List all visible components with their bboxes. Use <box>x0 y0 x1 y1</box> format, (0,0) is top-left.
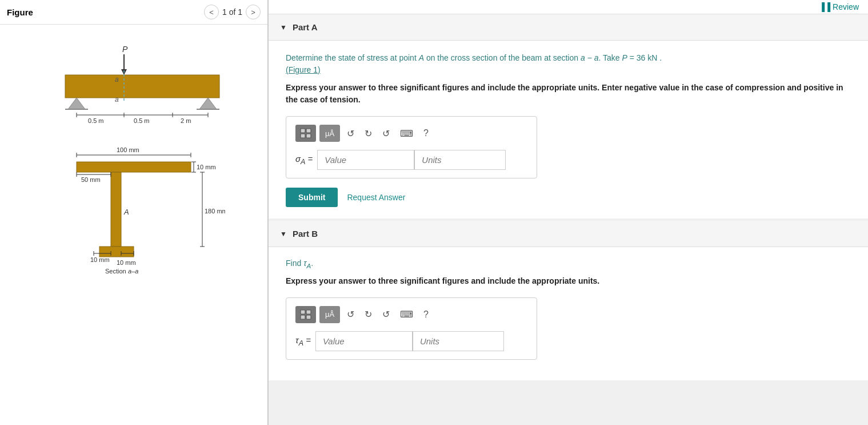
figure-nav: < 1 of 1 > <box>204 5 261 19</box>
svg-rect-0 <box>301 129 305 133</box>
svg-rect-6 <box>301 315 305 319</box>
part-a-action-row: Submit Request Answer <box>286 188 851 207</box>
svg-rect-1 <box>306 129 311 133</box>
keyboard-button-b[interactable]: ⌨ <box>397 308 417 321</box>
part-a-answer-box: μÂ ↺ ↻ ↺ ⌨ ? σA = <box>286 116 537 178</box>
tau-a-label: τA = <box>295 335 311 347</box>
part-a-header[interactable]: ▼ Part A <box>269 14 868 41</box>
cross-section-svg: A 100 mm 50 mm 10 mm <box>42 145 225 276</box>
left-panel: Figure < 1 of 1 > P a a <box>0 0 269 425</box>
part-b-section: ▼ Part B Find τA. Express your answer to… <box>269 221 868 380</box>
sigma-a-value-input[interactable] <box>317 150 414 170</box>
svg-rect-5 <box>306 310 311 314</box>
review-bar: ▐▐ Review <box>269 0 868 14</box>
part-a-body: Determine the state of stress at point A… <box>269 41 868 219</box>
part-b-title: Part B <box>293 229 318 239</box>
part-b-find-text: Find τA. <box>286 259 851 269</box>
matrix-icon-a <box>300 128 311 138</box>
part-b-input-row: τA = <box>295 331 527 351</box>
dim-180mm-label: 180 mm <box>205 208 225 215</box>
refresh-button-b[interactable]: ↺ <box>379 308 393 321</box>
help-button-b[interactable]: ? <box>420 308 432 321</box>
sigma-a-units-input[interactable] <box>414 150 506 170</box>
redo-button-b[interactable]: ↻ <box>361 308 375 321</box>
web <box>111 172 121 247</box>
tau-a-value-input[interactable] <box>315 331 413 351</box>
prev-figure-button[interactable]: < <box>204 5 219 19</box>
svg-rect-7 <box>306 315 311 319</box>
svg-rect-3 <box>306 134 311 138</box>
figure-drawing: P a a 0.5 m <box>6 30 262 288</box>
section-a-a-label: Section <box>105 268 126 275</box>
keyboard-button-a[interactable]: ⌨ <box>397 127 417 140</box>
matrix-button-a[interactable] <box>295 125 316 142</box>
mu-button-a[interactable]: μÂ <box>319 125 340 142</box>
dim-label-05m-1: 0.5 m <box>88 117 104 124</box>
svg-rect-4 <box>301 310 305 314</box>
figure-header: Figure < 1 of 1 > <box>0 0 267 25</box>
part-b-header[interactable]: ▼ Part B <box>269 221 868 247</box>
part-b-toolbar: μÂ ↺ ↻ ↺ ⌨ ? <box>295 306 527 323</box>
part-a-input-row: σA = <box>295 150 527 170</box>
figure-title: Figure <box>7 7 204 17</box>
next-figure-button[interactable]: > <box>246 5 261 19</box>
svg-rect-2 <box>301 134 305 138</box>
part-a-problem-text: Determine the state of stress at point A… <box>286 52 851 76</box>
part-a-title: Part A <box>293 22 318 32</box>
left-support <box>68 98 85 109</box>
part-b-instructions: Express your answer to three significant… <box>286 275 851 287</box>
sigma-a-label: σA = <box>295 154 313 166</box>
undo-button-a[interactable]: ↺ <box>343 127 358 140</box>
beam-figure-svg: P a a 0.5 m <box>31 42 237 133</box>
force-label: P <box>122 45 128 54</box>
page-indicator: 1 of 1 <box>222 7 242 17</box>
section-a-a-italic: a–a <box>128 268 138 275</box>
right-panel: ▐▐ Review ▼ Part A Determine the state o… <box>269 0 868 425</box>
part-b-body: Find τA. Express your answer to three si… <box>269 247 868 380</box>
dim-10mm-left-label: 10 mm <box>90 256 110 263</box>
bottom-flange <box>99 247 134 257</box>
help-button-a[interactable]: ? <box>420 127 432 140</box>
part-a-collapse-arrow: ▼ <box>280 23 287 31</box>
section-label-a2: a <box>115 96 119 104</box>
part-a-toolbar: μÂ ↺ ↻ ↺ ⌨ ? <box>295 125 527 142</box>
part-b-answer-box: μÂ ↺ ↻ ↺ ⌨ ? τA = <box>286 297 537 360</box>
point-a-label: A <box>123 208 129 216</box>
tau-a-units-input[interactable] <box>413 331 504 351</box>
review-icon: ▐▐ <box>819 2 830 11</box>
dim-label-05m-2: 0.5 m <box>134 117 150 124</box>
right-support <box>199 98 217 109</box>
beam-body <box>65 75 219 98</box>
review-label: Review <box>833 2 859 11</box>
section-label-a1: a <box>115 76 119 84</box>
part-a-section: ▼ Part A Determine the state of stress a… <box>269 14 868 219</box>
redo-button-a[interactable]: ↻ <box>361 127 375 140</box>
figure-content: P a a 0.5 m <box>0 25 267 425</box>
refresh-button-a[interactable]: ↺ <box>379 127 393 140</box>
figure1-link[interactable]: (Figure 1) <box>286 65 321 74</box>
request-answer-link-a[interactable]: Request Answer <box>347 193 405 202</box>
dim-label-2m: 2 m <box>181 117 191 124</box>
dim-50mm-label: 50 mm <box>81 176 101 183</box>
top-flange <box>77 162 191 172</box>
part-a-instructions: Express your answer to three significant… <box>286 82 851 106</box>
dim-10mm-top-label: 10 mm <box>197 164 216 170</box>
part-b-collapse-arrow: ▼ <box>280 230 287 238</box>
part-a-description: Determine the state of stress at point A… <box>286 53 662 62</box>
dim-100mm-label: 100 mm <box>117 146 139 153</box>
matrix-button-b[interactable] <box>295 306 316 323</box>
submit-button-a[interactable]: Submit <box>286 188 338 207</box>
undo-button-b[interactable]: ↺ <box>343 308 358 321</box>
dim-10mm-right-label: 10 mm <box>117 259 136 266</box>
matrix-icon-b <box>300 309 311 320</box>
review-link[interactable]: ▐▐ Review <box>819 2 859 11</box>
mu-button-b[interactable]: μÂ <box>319 306 340 323</box>
